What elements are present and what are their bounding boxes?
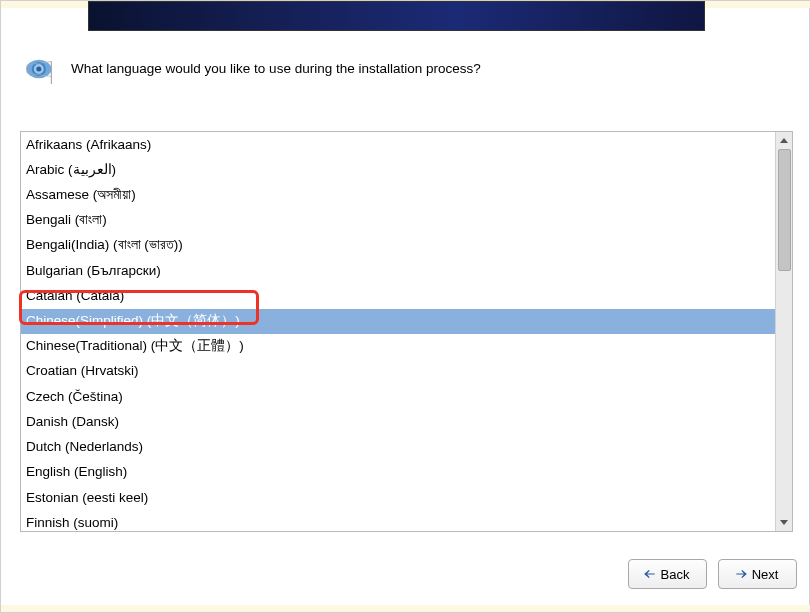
language-option[interactable]: Bengali (বাংলা) xyxy=(21,208,775,233)
chevron-up-icon xyxy=(780,138,788,143)
scroll-up-button[interactable] xyxy=(776,132,792,149)
language-option[interactable]: Catalan (Català) xyxy=(21,283,775,308)
language-listbox[interactable]: Afrikaans (Afrikaans)Arabic (العربية)Ass… xyxy=(20,131,793,532)
language-option[interactable]: Estonian (eesti keel) xyxy=(21,485,775,510)
flag-icon xyxy=(23,54,63,94)
language-option[interactable]: Chinese(Simplified) (中文（简体）) xyxy=(21,309,775,334)
language-option[interactable]: Afrikaans (Afrikaans) xyxy=(21,132,775,157)
language-option[interactable]: Danish (Dansk) xyxy=(21,409,775,434)
button-row: Back Next xyxy=(628,559,797,589)
scroll-thumb[interactable] xyxy=(778,149,791,271)
language-option[interactable]: Arabic (العربية) xyxy=(21,157,775,182)
language-option[interactable]: Assamese (অসমীয়া) xyxy=(21,182,775,207)
next-label: Next xyxy=(752,567,779,582)
prompt-text: What language would you like to use duri… xyxy=(71,54,481,78)
language-option[interactable]: Bengali(India) (বাংলা (ভারত)) xyxy=(21,233,775,258)
installer-window: What language would you like to use duri… xyxy=(0,0,810,613)
arrow-right-icon xyxy=(734,567,748,581)
decoration-strip-bottom xyxy=(1,605,810,612)
scroll-down-button[interactable] xyxy=(776,514,792,531)
chevron-down-icon xyxy=(780,520,788,525)
prompt-row: What language would you like to use duri… xyxy=(23,54,773,94)
back-button[interactable]: Back xyxy=(628,559,707,589)
language-option[interactable]: Bulgarian (Български) xyxy=(21,258,775,283)
language-option[interactable]: Finnish (suomi) xyxy=(21,510,775,531)
language-option[interactable]: Czech (Čeština) xyxy=(21,384,775,409)
next-button[interactable]: Next xyxy=(718,559,797,589)
arrow-left-icon xyxy=(643,567,657,581)
language-option[interactable]: Dutch (Nederlands) xyxy=(21,435,775,460)
header-banner xyxy=(88,1,705,31)
svg-point-3 xyxy=(36,67,41,72)
language-list-content: Afrikaans (Afrikaans)Arabic (العربية)Ass… xyxy=(21,132,775,531)
scrollbar[interactable] xyxy=(775,132,792,531)
back-label: Back xyxy=(661,567,690,582)
language-option[interactable]: Chinese(Traditional) (中文（正體）) xyxy=(21,334,775,359)
language-option[interactable]: English (English) xyxy=(21,460,775,485)
language-option[interactable]: Croatian (Hrvatski) xyxy=(21,359,775,384)
